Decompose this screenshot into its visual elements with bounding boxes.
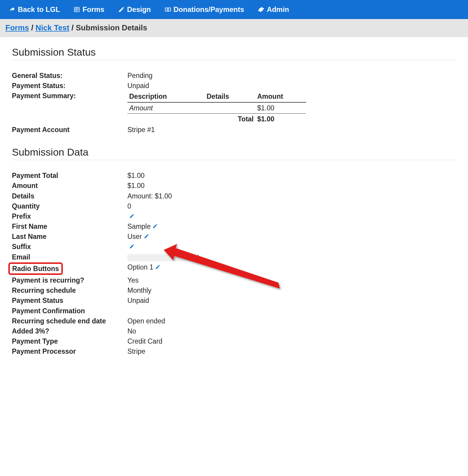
label-last-name: Last Name — [12, 232, 127, 241]
label-details: Details — [12, 191, 127, 201]
value-email-redacted — [127, 254, 190, 261]
td-total-amount: $1.00 — [255, 113, 306, 124]
nav-donations-label: Donations/Payments — [174, 5, 244, 14]
breadcrumb-forms-link[interactable]: Forms — [5, 23, 29, 32]
value-general-status: Pending — [127, 71, 456, 80]
money-icon — [165, 6, 171, 13]
label-first-name: First Name — [12, 222, 127, 231]
label-processor: Payment Processor — [12, 347, 127, 356]
svg-point-5 — [167, 9, 169, 10]
label-end-date: Recurring schedule end date — [12, 316, 127, 326]
td-row-desc: Amount — [127, 102, 205, 114]
value-payment-account: Stripe #1 — [127, 125, 456, 134]
label-payment-total: Payment Total — [12, 171, 127, 180]
label-payment-summary: Payment Summary: — [12, 91, 127, 101]
nav-admin[interactable]: Admin — [258, 5, 289, 14]
nav-back-label: Back to LGL — [18, 5, 60, 14]
edit-first-name-icon[interactable] — [152, 222, 158, 231]
nav-design[interactable]: Design — [118, 5, 151, 14]
label-confirmation: Payment Confirmation — [12, 306, 127, 316]
label-quantity: Quantity — [12, 201, 127, 211]
section-data-title: Submission Data — [12, 146, 456, 160]
label-prefix: Prefix — [12, 212, 127, 221]
form-icon — [74, 6, 80, 13]
value-radio-buttons: Option 1 — [127, 263, 153, 271]
edit-email-icon[interactable] — [194, 252, 199, 262]
value-details: Amount: $1.00 — [127, 191, 456, 201]
value-last-name: User — [127, 233, 142, 240]
label-recurring: Payment is recurring? — [12, 275, 127, 285]
nav-design-label: Design — [127, 5, 151, 14]
top-nav: Back to LGL Forms Design Donations/Payme… — [0, 0, 468, 19]
breadcrumb-formname-link[interactable]: Nick Test — [35, 23, 69, 32]
nav-back-to-lgl[interactable]: Back to LGL — [9, 5, 60, 14]
value-first-name: Sample — [127, 223, 151, 230]
breadcrumb-current: Submission Details — [76, 23, 147, 32]
value-recurring: Yes — [127, 275, 456, 285]
value-processor: Stripe — [127, 347, 456, 356]
pencil-icon — [118, 6, 125, 13]
edit-prefix-icon[interactable] — [129, 212, 135, 221]
label-schedule: Recurring schedule — [12, 286, 127, 295]
label-added-3: Added 3%? — [12, 326, 127, 336]
breadcrumb: Forms / Nick Test / Submission Details — [0, 19, 468, 37]
value-amount: $1.00 — [127, 181, 456, 190]
value-end-date: Open ended — [127, 316, 456, 326]
value-schedule: Monthly — [127, 286, 456, 295]
label-pay-status: Payment Status — [12, 296, 127, 305]
edit-radio-buttons-icon[interactable] — [155, 262, 160, 272]
nav-forms-label: Forms — [82, 5, 104, 14]
value-payment-total: $1.00 — [127, 171, 456, 180]
edit-suffix-icon[interactable] — [129, 242, 135, 251]
label-payment-status: Payment Status: — [12, 81, 127, 90]
nav-donations[interactable]: Donations/Payments — [165, 5, 244, 14]
nav-forms[interactable]: Forms — [74, 5, 104, 14]
label-suffix: Suffix — [12, 242, 127, 251]
label-amount: Amount — [12, 181, 127, 190]
td-total-label: Total — [205, 113, 255, 124]
nav-admin-label: Admin — [267, 5, 289, 14]
label-payment-account: Payment Account — [12, 125, 127, 134]
payment-summary-table: Description Details Amount Amount $1.00 … — [127, 91, 306, 124]
th-description: Description — [127, 91, 205, 102]
share-icon — [9, 6, 15, 13]
gear-icon — [258, 6, 264, 13]
value-pay-type: Credit Card — [127, 336, 456, 346]
th-details: Details — [205, 91, 255, 102]
label-radio-buttons: Radio Buttons — [8, 262, 63, 275]
svg-rect-4 — [165, 8, 171, 11]
value-added-3: No — [127, 326, 456, 336]
value-payment-status: Unpaid — [127, 81, 456, 90]
value-pay-status: Unpaid — [127, 296, 456, 305]
th-amount: Amount — [255, 91, 306, 102]
section-status-title: Submission Status — [12, 46, 456, 60]
td-row-amount: $1.00 — [255, 102, 306, 114]
label-pay-type: Payment Type — [12, 336, 127, 346]
value-quantity: 0 — [127, 201, 456, 211]
edit-last-name-icon[interactable] — [144, 232, 149, 241]
label-email: Email — [12, 252, 127, 262]
label-general-status: General Status: — [12, 71, 127, 80]
